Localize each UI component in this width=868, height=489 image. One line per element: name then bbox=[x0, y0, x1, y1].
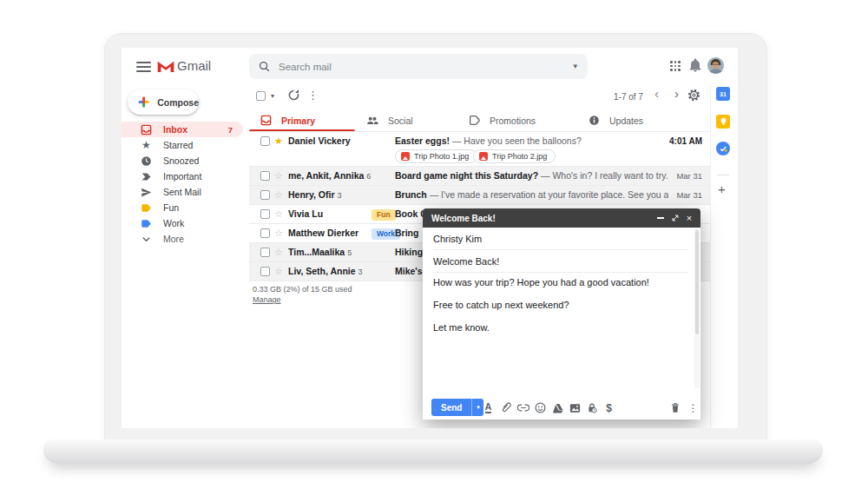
insert-photo-icon[interactable] bbox=[569, 401, 582, 414]
tasks-icon[interactable] bbox=[716, 142, 730, 155]
newer-chevron-right-icon[interactable]: › bbox=[674, 87, 679, 100]
close-icon[interactable]: × bbox=[682, 208, 696, 228]
more-options-icon[interactable]: ⋮ bbox=[307, 89, 319, 101]
row-checkbox[interactable] bbox=[260, 171, 270, 181]
attachment-chip[interactable]: Trip Photo 1.jpg bbox=[395, 149, 477, 163]
sidebar-item-starred[interactable]: ★ Starred bbox=[122, 137, 243, 153]
confidential-mode-icon[interactable] bbox=[585, 401, 598, 414]
attachment-chip[interactable]: Trip Photo 2.jpg bbox=[473, 149, 556, 163]
refresh-icon[interactable] bbox=[287, 89, 300, 102]
search-icon bbox=[259, 61, 270, 72]
discard-draft-trash-icon[interactable] bbox=[668, 401, 681, 414]
drive-icon[interactable] bbox=[551, 401, 564, 414]
row-checkbox[interactable] bbox=[260, 248, 270, 257]
search-options-caret-icon[interactable]: ▾ bbox=[573, 63, 577, 70]
subject-field[interactable]: Welcome Back! bbox=[433, 250, 688, 273]
inbox-icon bbox=[260, 115, 272, 126]
star-icon[interactable]: ☆ bbox=[274, 189, 283, 201]
thread-count: 3 bbox=[337, 191, 341, 200]
inbox-icon bbox=[141, 124, 152, 135]
sidebar-item-inbox[interactable]: Inbox 7 bbox=[122, 122, 243, 137]
minimize-icon[interactable] bbox=[654, 208, 667, 228]
email-sender: Tim...Maalika5 bbox=[288, 247, 391, 257]
importance-marker-icon bbox=[141, 171, 152, 182]
search-bar[interactable]: ▾ bbox=[249, 54, 588, 79]
side-panel-separator bbox=[717, 175, 729, 175]
info-icon bbox=[589, 115, 600, 126]
thread-count: 6 bbox=[366, 172, 371, 181]
more-send-options-icon[interactable]: ⋮ bbox=[687, 401, 700, 414]
gmail-app: Gmail ▾ ▾ ⋮ 1-7 of 7 ‹ › Primary Social bbox=[122, 48, 738, 428]
row-checkbox[interactable] bbox=[260, 136, 270, 146]
star-icon[interactable]: ☆ bbox=[274, 208, 283, 220]
tab-promotions[interactable]: Promotions bbox=[457, 109, 562, 132]
main-menu-icon[interactable] bbox=[136, 62, 151, 72]
email-sender: Liv, Seth, Annie3 bbox=[288, 266, 391, 276]
email-sender: Henry, Ofir3 bbox=[288, 189, 391, 200]
select-caret-icon[interactable]: ▾ bbox=[271, 93, 274, 100]
email-row[interactable]: ☆ Henry, Ofir3 Brunch — I've made a rese… bbox=[249, 186, 710, 205]
photo-attachment-icon bbox=[401, 152, 410, 161]
chevron-down-icon bbox=[141, 234, 152, 245]
attach-file-icon[interactable] bbox=[499, 401, 512, 414]
attachment-name: Trip Photo 1.jpg bbox=[414, 152, 469, 161]
star-icon[interactable]: ☆ bbox=[274, 247, 283, 258]
row-checkbox[interactable] bbox=[260, 228, 270, 238]
star-icon[interactable]: ★ bbox=[274, 135, 283, 147]
notifications-bell-icon[interactable] bbox=[688, 58, 702, 72]
email-row[interactable]: ☆ me, Ankit, Annika6 Board game night th… bbox=[249, 167, 710, 186]
email-time: Mar 31 bbox=[676, 171, 702, 181]
send-money-icon[interactable]: $ bbox=[602, 401, 615, 414]
sidebar-item-work[interactable]: Work bbox=[122, 215, 243, 231]
sidebar-item-snoozed[interactable]: Snoozed bbox=[122, 153, 243, 169]
star-icon[interactable]: ☆ bbox=[274, 170, 283, 182]
people-icon bbox=[366, 115, 378, 126]
older-chevron-left-icon[interactable]: ‹ bbox=[654, 87, 659, 100]
google-apps-icon[interactable] bbox=[670, 61, 681, 71]
thread-count: 3 bbox=[358, 268, 363, 276]
formatting-options-icon[interactable]: A bbox=[482, 401, 495, 414]
tab-social[interactable]: Social bbox=[355, 109, 457, 132]
row-checkbox[interactable] bbox=[260, 209, 270, 219]
compose-button[interactable]: Compose bbox=[128, 89, 199, 115]
get-addons-plus-icon[interactable]: + bbox=[718, 182, 726, 195]
email-subject: Easter eggs! — Have you seen the balloon… bbox=[395, 135, 668, 146]
row-checkbox[interactable] bbox=[260, 190, 270, 200]
account-avatar[interactable] bbox=[707, 57, 724, 74]
label-tag-icon bbox=[141, 218, 152, 229]
send-plane-icon bbox=[141, 187, 152, 198]
message-body[interactable]: How was your trip? Hope you had a good v… bbox=[433, 276, 683, 344]
email-row[interactable]: ★ Daniel Vickery Easter eggs! — Have you… bbox=[249, 132, 710, 167]
sidebar-item-important[interactable]: Important bbox=[122, 169, 243, 184]
clock-icon bbox=[141, 155, 152, 167]
compose-scrollbar[interactable] bbox=[694, 228, 700, 388]
app-name: Gmail bbox=[177, 58, 211, 73]
insert-link-icon[interactable] bbox=[516, 401, 529, 414]
insert-emoji-icon[interactable] bbox=[534, 401, 547, 414]
select-all-checkbox[interactable] bbox=[256, 91, 266, 101]
search-input[interactable] bbox=[279, 54, 556, 79]
label-tag-icon bbox=[141, 202, 152, 214]
tab-updates[interactable]: Updates bbox=[577, 109, 681, 132]
star-icon: ★ bbox=[141, 140, 152, 151]
recipient-field[interactable]: Christy Kim bbox=[433, 228, 688, 250]
row-checkbox[interactable] bbox=[260, 267, 270, 276]
tab-primary[interactable]: Primary bbox=[249, 109, 355, 132]
star-icon[interactable]: ☆ bbox=[274, 228, 283, 239]
email-subject: Brunch — I've made a reservation at your… bbox=[395, 189, 668, 200]
storage-info: 0.33 GB (2%) of 15 GB used Manage bbox=[253, 284, 352, 305]
popout-icon[interactable] bbox=[668, 208, 682, 228]
sidebar-item-more[interactable]: More bbox=[122, 231, 243, 247]
calendar-icon[interactable]: 31 bbox=[716, 87, 730, 101]
label-chip-fun[interactable]: Fun bbox=[372, 209, 396, 221]
settings-gear-icon[interactable] bbox=[687, 89, 700, 102]
email-time: 4:01 AM bbox=[669, 136, 702, 146]
compose-window: Welcome Back! × Christy Kim Welcome Back… bbox=[423, 208, 700, 420]
sidebar-item-fun[interactable]: Fun bbox=[122, 200, 243, 215]
attachment-name: Trip Photo 2.jpg bbox=[492, 152, 547, 161]
send-button[interactable]: Send ▾ bbox=[431, 399, 483, 416]
keep-icon[interactable] bbox=[716, 115, 730, 129]
sidebar-item-sent[interactable]: Sent Mail bbox=[122, 184, 243, 200]
star-icon[interactable]: ☆ bbox=[274, 266, 283, 277]
manage-storage-link[interactable]: Manage bbox=[253, 295, 281, 304]
